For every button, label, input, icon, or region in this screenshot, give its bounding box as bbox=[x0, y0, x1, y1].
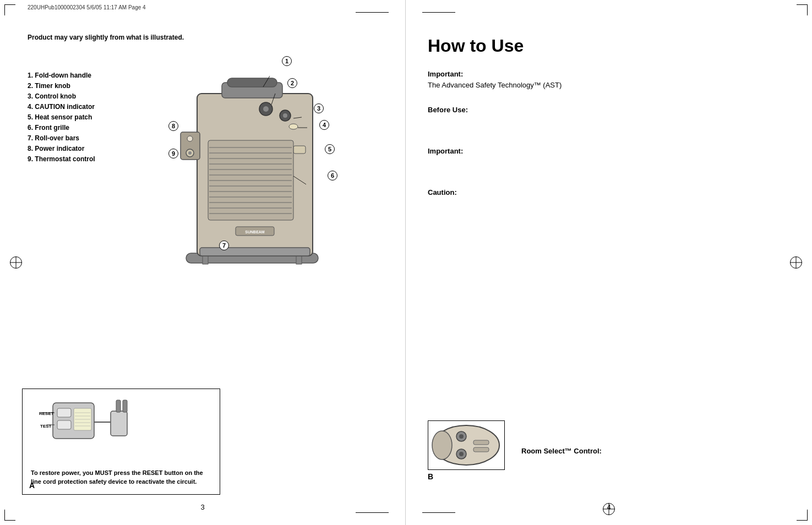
page-number-left: 3 bbox=[200, 503, 204, 511]
crosshair-right bbox=[790, 256, 802, 269]
section-before-use: Before Use: bbox=[428, 106, 784, 114]
corner-mark-tr bbox=[797, 4, 808, 15]
svg-point-56 bbox=[432, 431, 452, 460]
part-3: 3. Control knob bbox=[28, 92, 121, 100]
svg-rect-5 bbox=[227, 78, 277, 87]
svg-point-60 bbox=[459, 452, 464, 456]
product-note: Product may vary slightly from what is i… bbox=[28, 33, 383, 41]
room-select-svg bbox=[428, 421, 504, 469]
svg-rect-32 bbox=[200, 248, 310, 256]
corner-mark-br bbox=[797, 510, 808, 521]
top-line-left-right bbox=[422, 12, 455, 13]
svg-text:RESET: RESET bbox=[39, 411, 54, 416]
section-before-use-label: Before Use: bbox=[428, 106, 784, 114]
part-5: 5. Heat sensor patch bbox=[28, 113, 121, 121]
room-select-diagram-wrapper: B bbox=[428, 420, 505, 481]
section-important-1-label: Important: bbox=[428, 70, 784, 78]
svg-rect-40 bbox=[57, 408, 71, 417]
heater-diagram: 1 2 3 4 5 6 7 8 9 bbox=[121, 50, 383, 281]
svg-point-13 bbox=[283, 113, 287, 118]
crosshair-left bbox=[10, 256, 22, 269]
bottom-line-right bbox=[356, 512, 389, 513]
callout-7: 7 bbox=[219, 240, 229, 250]
diagram-inner-a: RESET TEST bbox=[31, 397, 211, 452]
svg-rect-49 bbox=[116, 400, 121, 412]
diagram-a-label: A bbox=[29, 481, 35, 490]
callout-1: 1 bbox=[282, 56, 292, 66]
svg-rect-61 bbox=[473, 440, 489, 445]
svg-rect-48 bbox=[111, 411, 127, 436]
corner-mark-bl bbox=[4, 510, 15, 521]
section-important-2-label: Important: bbox=[428, 147, 784, 155]
svg-rect-41 bbox=[57, 420, 71, 429]
left-page: 220UHPub1000002304 5/6/05 11:17 AM Page … bbox=[0, 0, 406, 525]
svg-point-14 bbox=[289, 124, 298, 129]
section-important-2: Important: bbox=[428, 147, 784, 155]
page-number-right: 4 bbox=[607, 503, 611, 511]
heater-svg: SUNBEAM bbox=[170, 61, 335, 281]
room-select-title: Room Select™ Control: bbox=[521, 447, 602, 455]
svg-text:TEST: TEST bbox=[40, 424, 52, 429]
bottom-line-left-right bbox=[422, 512, 455, 513]
svg-rect-15 bbox=[293, 146, 306, 154]
top-line-right bbox=[356, 12, 389, 13]
section-caution: Caution: bbox=[428, 188, 784, 196]
bottom-diagram-section: RESET TEST To restore power, you MUST pr… bbox=[22, 389, 383, 495]
svg-point-9 bbox=[188, 151, 192, 155]
callout-4: 4 bbox=[319, 120, 329, 130]
print-header: 220UHPub1000002304 5/6/05 11:17 AM Page … bbox=[28, 4, 146, 10]
callout-2: 2 bbox=[287, 78, 297, 88]
part-1: 1. Fold-down handle bbox=[28, 72, 121, 79]
heater-illustration: 1 2 3 4 5 6 7 8 9 bbox=[148, 50, 357, 281]
room-select-box bbox=[428, 420, 505, 470]
section-important-1: Important: The Advanced Safety Technolog… bbox=[428, 70, 784, 89]
right-page: How to Use Important: The Advanced Safet… bbox=[406, 0, 812, 525]
reset-test-device: RESET TEST bbox=[31, 397, 141, 452]
part-4: 4. CAUTION indicator bbox=[28, 103, 121, 111]
svg-text:SUNBEAM: SUNBEAM bbox=[245, 230, 265, 234]
callout-5: 5 bbox=[325, 144, 335, 154]
part-9: 9. Thermostat control bbox=[28, 155, 121, 163]
part-2: 2. Timer knob bbox=[28, 82, 121, 90]
corner-mark-tl bbox=[4, 4, 15, 15]
room-select-section: B Room Select™ Control: bbox=[428, 420, 602, 481]
parts-items: 1. Fold-down handle 2. Timer knob 3. Con… bbox=[28, 72, 121, 163]
parts-section: 1. Fold-down handle 2. Timer knob 3. Con… bbox=[28, 50, 383, 281]
callout-6: 6 bbox=[328, 171, 337, 181]
how-to-use-title: How to Use bbox=[428, 36, 784, 56]
room-select-label-b: B bbox=[428, 472, 505, 481]
part-7: 7. Roll-over bars bbox=[28, 134, 121, 142]
part-6: 6. Front grille bbox=[28, 124, 121, 132]
section-caution-label: Caution: bbox=[428, 188, 784, 196]
svg-point-58 bbox=[459, 434, 464, 439]
svg-point-7 bbox=[187, 136, 193, 141]
callout-3: 3 bbox=[314, 103, 324, 113]
diagram-box-a: RESET TEST To restore power, you MUST pr… bbox=[22, 389, 220, 495]
part-8: 8. Power indicator bbox=[28, 145, 121, 152]
callout-9: 9 bbox=[168, 149, 178, 158]
reset-test-svg: RESET TEST bbox=[31, 397, 141, 452]
parts-list: 1. Fold-down handle 2. Timer knob 3. Con… bbox=[28, 50, 121, 281]
svg-point-11 bbox=[263, 106, 269, 112]
callout-8: 8 bbox=[168, 121, 178, 131]
svg-rect-50 bbox=[123, 400, 127, 412]
section-important-1-body: The Advanced Safety Technology™ (AST) bbox=[428, 81, 784, 89]
diagram-a-caption: To restore power, you MUST press the RES… bbox=[31, 469, 211, 486]
svg-rect-62 bbox=[473, 447, 489, 452]
